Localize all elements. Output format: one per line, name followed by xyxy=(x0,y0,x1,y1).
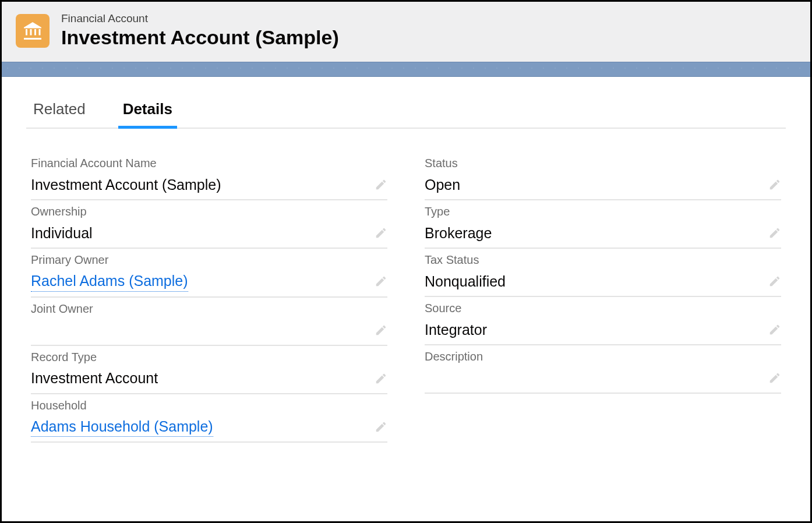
field-right-2: Tax StatusNonqualified xyxy=(425,249,781,297)
tab-related[interactable]: Related xyxy=(31,97,88,128)
field-left-0: Financial Account NameInvestment Account… xyxy=(31,152,387,200)
tab-bar: Related Details xyxy=(26,97,786,129)
field-value: Nonqualified xyxy=(425,272,506,291)
object-label: Financial Account xyxy=(61,12,339,25)
decorative-band xyxy=(2,62,810,77)
field-left-2: Primary OwnerRachel Adams (Sample) xyxy=(31,249,387,298)
field-value-row: Open xyxy=(425,175,781,195)
edit-icon[interactable] xyxy=(768,178,781,191)
field-label: Record Type xyxy=(31,351,387,364)
field-label: Joint Owner xyxy=(31,302,387,316)
edit-icon[interactable] xyxy=(375,420,387,433)
edit-icon[interactable] xyxy=(768,323,781,336)
field-value-row: Brokerage xyxy=(425,223,781,243)
field-right-4: Description xyxy=(425,345,781,394)
field-value-row: Investment Account xyxy=(31,369,387,388)
field-value-row xyxy=(425,368,781,388)
field-value: Integrator xyxy=(425,320,487,340)
field-left-3: Joint Owner xyxy=(31,298,387,346)
field-label: Household xyxy=(31,399,387,412)
edit-icon[interactable] xyxy=(768,275,781,288)
field-value: Brokerage xyxy=(425,224,492,243)
field-left-1: OwnershipIndividual xyxy=(31,200,387,249)
field-value-row: Individual xyxy=(31,223,387,243)
field-label: Ownership xyxy=(31,205,387,218)
edit-icon[interactable] xyxy=(375,372,387,385)
field-value-row: Investment Account (Sample) xyxy=(31,175,387,195)
field-value-link[interactable]: Adams Household (Sample) xyxy=(31,417,213,437)
record-title: Investment Account (Sample) xyxy=(61,26,339,49)
field-label: Type xyxy=(425,205,781,218)
edit-icon[interactable] xyxy=(375,227,387,239)
field-value-row xyxy=(31,320,387,340)
edit-icon[interactable] xyxy=(375,178,387,191)
field-label: Source xyxy=(425,302,781,315)
field-label: Status xyxy=(425,157,781,170)
record-header: Financial Account Investment Account (Sa… xyxy=(2,2,810,62)
field-right-0: StatusOpen xyxy=(425,152,781,200)
field-label: Tax Status xyxy=(425,253,781,267)
field-value: Investment Account xyxy=(31,369,158,388)
edit-icon[interactable] xyxy=(375,275,387,288)
details-panel: Financial Account NameInvestment Account… xyxy=(26,129,786,443)
field-right-3: SourceIntegrator xyxy=(425,297,781,345)
field-value-row: Rachel Adams (Sample) xyxy=(31,271,387,292)
edit-icon[interactable] xyxy=(375,324,387,337)
field-value-row: Nonqualified xyxy=(425,271,781,291)
field-value: Individual xyxy=(31,224,93,243)
edit-icon[interactable] xyxy=(768,372,781,384)
field-value: Investment Account (Sample) xyxy=(31,175,221,195)
field-label: Description xyxy=(425,350,781,363)
field-left-5: HouseholdAdams Household (Sample) xyxy=(31,394,387,443)
field-value-row: Integrator xyxy=(425,320,781,340)
field-label: Primary Owner xyxy=(31,253,387,267)
tab-details[interactable]: Details xyxy=(121,97,175,128)
field-label: Financial Account Name xyxy=(31,157,387,170)
edit-icon[interactable] xyxy=(768,227,781,239)
field-left-4: Record TypeInvestment Account xyxy=(31,346,387,394)
field-right-1: TypeBrokerage xyxy=(425,200,781,249)
field-value-row: Adams Household (Sample) xyxy=(31,417,387,437)
field-value: Open xyxy=(425,175,460,195)
field-value-link[interactable]: Rachel Adams (Sample) xyxy=(31,271,188,292)
financial-account-icon xyxy=(16,14,50,48)
